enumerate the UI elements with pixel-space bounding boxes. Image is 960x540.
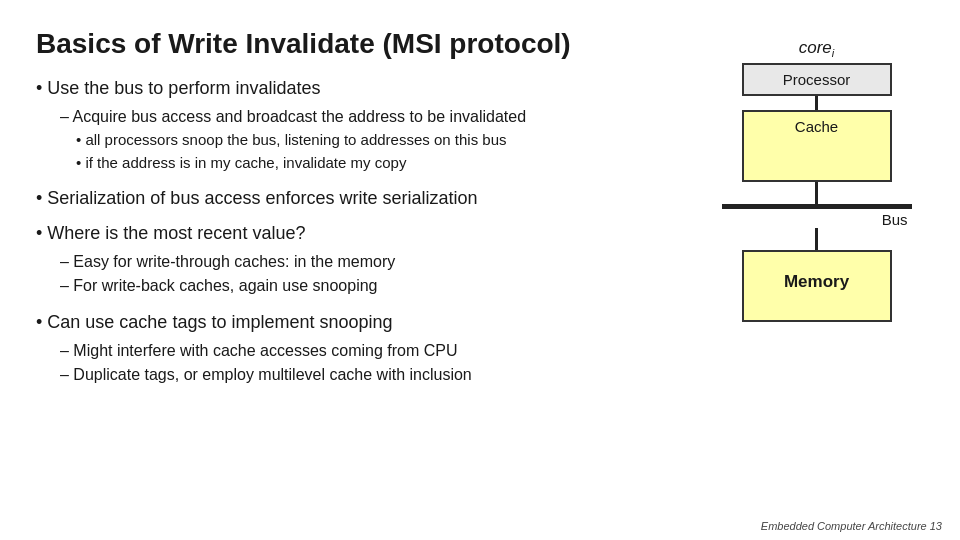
bullet-1: • Use the bus to perform invalidates [36, 78, 689, 99]
connector-bus-memory [815, 228, 818, 250]
connector-cache-bus [815, 182, 818, 204]
connector-proc-cache [815, 96, 818, 110]
memory-box: Memory [742, 250, 892, 322]
content-area: Basics of Write Invalidate (MSI protocol… [36, 28, 709, 520]
bullet-4: • Can use cache tags to implement snoopi… [36, 312, 689, 333]
bullet-3: • Where is the most recent value? [36, 223, 689, 244]
core-label: corei [799, 38, 835, 59]
core-subscript: i [832, 47, 834, 59]
sub-1: – Acquire bus access and broadcast the a… [60, 105, 689, 129]
sub-4a: – Might interfere with cache accesses co… [60, 339, 689, 363]
sub-bullet-1b: • if the address is in my cache, invalid… [76, 152, 689, 175]
section-4: • Can use cache tags to implement snoopi… [36, 312, 689, 387]
sub-3a: – Easy for write-through caches: in the … [60, 250, 689, 274]
footnote: Embedded Computer Architecture 13 [761, 520, 942, 532]
bus-line [722, 204, 912, 209]
bus-area: Bus Memory [722, 182, 912, 322]
sub-bullet-1a: • all processors snoop the bus, listenin… [76, 129, 689, 152]
diagram-area: corei Processor Cache Bus Memory [709, 28, 924, 520]
section-2: • Serialization of bus access enforces w… [36, 188, 689, 209]
slide-title: Basics of Write Invalidate (MSI protocol… [36, 28, 689, 60]
processor-box: Processor [742, 63, 892, 96]
section-3: • Where is the most recent value? – Easy… [36, 223, 689, 298]
sub-4b: – Duplicate tags, or employ multilevel c… [60, 363, 689, 387]
cache-box: Cache [742, 110, 892, 182]
section-1: • Use the bus to perform invalidates – A… [36, 78, 689, 174]
bullet-2: • Serialization of bus access enforces w… [36, 188, 689, 209]
sub-3b: – For write-back caches, again use snoop… [60, 274, 689, 298]
bus-label: Bus [882, 211, 908, 228]
